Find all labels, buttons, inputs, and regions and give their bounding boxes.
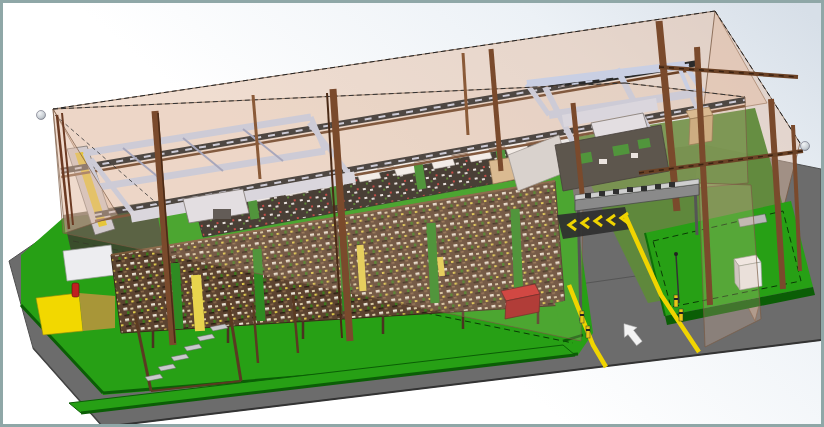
fire-extinguisher (72, 283, 79, 297)
3d-scene[interactable] (3, 3, 821, 424)
outfeed-table (63, 245, 115, 281)
view-handle-sphere-right[interactable] (801, 142, 810, 151)
yellow-ramp (36, 293, 83, 335)
cad-viewport[interactable] (0, 0, 824, 427)
ramp-olive-pad (79, 293, 115, 331)
sensor-head (674, 252, 678, 256)
view-handle-sphere-left[interactable] (37, 111, 46, 120)
